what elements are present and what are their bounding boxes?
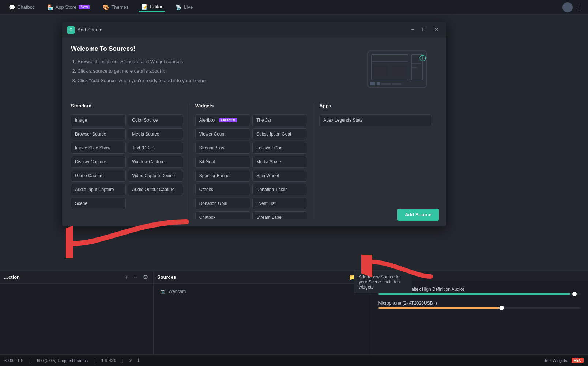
rec-badge: REC xyxy=(572,358,584,363)
widget-sponsor-banner[interactable]: Sponsor Banner xyxy=(195,170,250,182)
sources-section-title: Sources xyxy=(157,274,344,280)
widget-stream-label[interactable]: Stream Label xyxy=(252,211,307,219)
source-display-capture[interactable]: Display Capture xyxy=(71,156,126,168)
widget-alertbox[interactable]: Alertbox Essential xyxy=(195,114,250,126)
test-widgets-button[interactable]: Test Widgets xyxy=(544,358,567,363)
source-color-source[interactable]: Color Source xyxy=(128,114,183,126)
info-icon-status[interactable]: ℹ xyxy=(138,358,139,363)
widget-viewer-count[interactable]: Viewer Count xyxy=(195,128,250,140)
nav-chatbot[interactable]: 💬 Chatbot xyxy=(6,3,37,12)
microphone-track[interactable] xyxy=(378,307,581,309)
webcam-icon: 📷 xyxy=(160,289,166,294)
nav-editor[interactable]: 📝 Editor xyxy=(139,3,165,12)
widgets-column: Widgets Alertbox Essential The Jar Viewe… xyxy=(189,103,314,219)
apps-items: Apex Legends Stats xyxy=(319,114,431,126)
live-icon: 📡 xyxy=(176,4,182,10)
widgets-title: Widgets xyxy=(195,103,308,111)
modal-icon: S xyxy=(67,26,75,34)
user-avatar[interactable] xyxy=(562,2,573,12)
bottom-panel: …ction + − ⚙ Sources 📁 + 📷 xyxy=(0,270,588,354)
svg-rect-11 xyxy=(381,83,391,85)
apps-column: Apps Apex Legends Stats xyxy=(313,103,437,219)
bandwidth-icon: ⬆ xyxy=(101,358,104,362)
source-scene[interactable]: Scene xyxy=(71,198,126,209)
bottom-sections: …ction + − ⚙ Sources 📁 + 📷 xyxy=(0,271,588,354)
editor-area: S Add Source − □ ✕ Welcome To Sources! B… xyxy=(0,15,588,270)
apps-title: Apps xyxy=(319,103,431,111)
widget-subscription-goal[interactable]: Subscription Goal xyxy=(252,128,307,140)
widget-credits[interactable]: Credits xyxy=(195,184,250,195)
add-source-button[interactable]: Add Source xyxy=(397,209,439,221)
widget-bit-goal[interactable]: Bit Goal xyxy=(195,156,250,168)
standard-title: Standard xyxy=(71,103,183,111)
separator-2: | xyxy=(94,358,95,363)
settings-icon-status[interactable]: ⚙ xyxy=(128,358,132,363)
widget-donation-ticker[interactable]: Donation Ticker xyxy=(252,184,307,195)
page-icon: 🖥 xyxy=(36,358,40,363)
source-row-webcam[interactable]: 📷 Webcam xyxy=(157,287,368,296)
source-browser-source[interactable]: Browser Source xyxy=(71,128,126,140)
top-navigation: 💬 Chatbot 🏪 App Store New 🎨 Themes 📝 Edi… xyxy=(0,0,588,15)
sources-header: Sources 📁 + xyxy=(154,271,371,284)
nav-themes-label: Themes xyxy=(111,4,128,10)
nav-appstore[interactable]: 🏪 App Store New xyxy=(44,3,93,12)
nav-live-label: Live xyxy=(184,4,193,10)
dropped-frames: 🖥 0 (0.0%) Dropped Frames xyxy=(36,358,88,363)
scenes-header: …ction + − ⚙ xyxy=(0,271,153,284)
widget-stream-boss[interactable]: Stream Boss xyxy=(195,142,250,154)
source-audio-input[interactable]: Audio Input Capture xyxy=(71,184,126,195)
nav-themes[interactable]: 🎨 Themes xyxy=(100,3,131,12)
svg-rect-12 xyxy=(392,83,401,85)
scenes-section: …ction + − ⚙ xyxy=(0,271,154,354)
widget-donation-goal[interactable]: Donation Goal xyxy=(195,198,250,209)
close-button[interactable]: ✕ xyxy=(432,26,441,34)
status-bar-right: Test Widgets REC xyxy=(544,358,584,363)
source-text-gdi[interactable]: Text (GDI+) xyxy=(128,142,183,154)
webcam-label: Webcam xyxy=(169,289,186,294)
scenes-add-button[interactable]: + xyxy=(123,273,129,281)
bandwidth: ⬆ 0 kb/s xyxy=(101,358,116,363)
step-3: Click "Add Source" when you're ready to … xyxy=(78,76,206,85)
widget-chatbox[interactable]: Chatbox xyxy=(195,211,250,219)
nav-editor-label: Editor xyxy=(150,4,162,9)
source-game-capture[interactable]: Game Capture xyxy=(71,170,126,182)
source-video-capture[interactable]: Video Capture Device xyxy=(128,170,183,182)
microphone-knob[interactable] xyxy=(500,306,504,310)
scenes-remove-button[interactable]: − xyxy=(132,273,139,281)
source-window-capture[interactable]: Window Capture xyxy=(128,156,183,168)
source-media-source[interactable]: Media Source xyxy=(128,128,183,140)
main-area: S Add Source − □ ✕ Welcome To Sources! B… xyxy=(0,15,588,366)
welcome-text: Welcome To Sources! Browse through our S… xyxy=(71,45,206,93)
headphones-track[interactable] xyxy=(378,293,581,295)
scenes-settings-button[interactable]: ⚙ xyxy=(142,273,150,281)
widget-event-list[interactable]: Event List xyxy=(252,198,307,209)
source-image[interactable]: Image xyxy=(71,114,126,126)
sources-section: Sources 📁 + 📷 Webcam xyxy=(154,271,371,354)
source-audio-output[interactable]: Audio Output Capture xyxy=(128,184,183,195)
source-image-slide-show[interactable]: Image Slide Show xyxy=(71,142,126,154)
widget-media-share[interactable]: Media Share xyxy=(252,156,307,168)
widget-follower-goal[interactable]: Follower Goal xyxy=(252,142,307,154)
headphones-knob[interactable] xyxy=(572,292,577,296)
nav-bars-icon[interactable]: ☰ xyxy=(576,3,582,11)
add-source-modal: S Add Source − □ ✕ Welcome To Sources! B… xyxy=(62,22,446,226)
svg-rect-4 xyxy=(373,65,388,76)
scene-item-1[interactable] xyxy=(3,287,150,291)
nav-appstore-label: App Store xyxy=(56,4,77,10)
minimize-button[interactable]: − xyxy=(409,26,416,34)
essential-badge: Essential xyxy=(219,118,237,122)
welcome-illustration xyxy=(357,45,437,93)
nav-live[interactable]: 📡 Live xyxy=(173,3,196,12)
widget-the-jar[interactable]: The Jar xyxy=(252,114,307,126)
maximize-button[interactable]: □ xyxy=(420,26,428,34)
appstore-icon: 🏪 xyxy=(47,4,53,10)
separator-3: | xyxy=(121,358,122,363)
app-apex-legends[interactable]: Apex Legends Stats xyxy=(319,114,431,126)
themes-icon: 🎨 xyxy=(103,4,109,10)
welcome-steps: Browse through our Standard and Widget s… xyxy=(71,57,206,85)
widgets-items: Alertbox Essential The Jar Viewer Count … xyxy=(195,114,308,219)
fps-display: 60.00 FPS xyxy=(4,358,23,363)
tooltip: Add a new Source to your Scene. Includes… xyxy=(354,271,412,293)
scenes-title: …ction xyxy=(4,274,120,280)
widget-spin-wheel[interactable]: Spin Wheel xyxy=(252,170,307,182)
